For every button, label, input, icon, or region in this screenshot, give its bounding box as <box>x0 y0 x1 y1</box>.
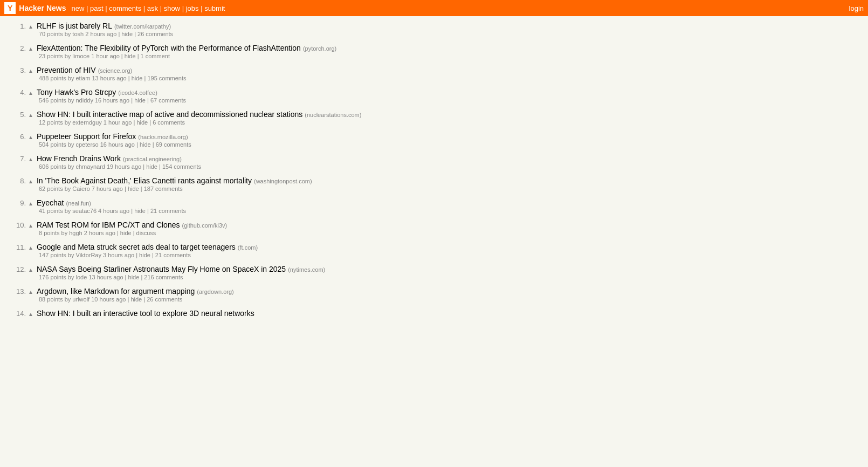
story-row: 14.▲Show HN: I built an interactive tool… <box>11 308 857 319</box>
upvote-icon[interactable]: ▲ <box>28 223 33 229</box>
story-number: 11. <box>11 243 26 251</box>
story-title-link[interactable]: NASA Says Boeing Starliner Astronauts Ma… <box>37 265 286 273</box>
story-title-link[interactable]: Google and Meta struck secret ads deal t… <box>37 243 236 251</box>
story-title-line: 5.▲Show HN: I built interactive map of a… <box>11 110 857 119</box>
story-meta: 546 points by ndiddy 16 hours ago | hide… <box>39 97 857 104</box>
story-title-line: 12.▲NASA Says Boeing Starliner Astronaut… <box>11 265 857 273</box>
story-meta: 12 points by externdguy 1 hour ago | hid… <box>39 119 857 126</box>
story-domain: (twitter.com/karpathy) <box>114 23 171 30</box>
story-domain: (github.com/ki3v) <box>182 222 227 229</box>
story-domain: (icode4.coffee) <box>118 90 157 96</box>
story-row: 4.▲Tony Hawk's Pro Strcpy (icode4.coffee… <box>11 87 857 108</box>
upvote-icon[interactable]: ▲ <box>28 156 33 162</box>
story-title-line: 6.▲Puppeteer Support for Firefox (hacks.… <box>11 132 857 141</box>
upvote-icon[interactable]: ▲ <box>28 134 33 140</box>
login-link[interactable]: login <box>849 4 864 12</box>
story-domain: (nuclearstations.com) <box>305 112 361 118</box>
story-number: 8. <box>11 177 26 185</box>
story-meta: 88 points by urlwolf 10 hours ago | hide… <box>39 296 857 303</box>
story-title-link[interactable]: FlexAttention: The Flexibility of PyTorc… <box>37 44 301 52</box>
story-meta: 147 points by ViktorRay 3 hours ago | hi… <box>39 252 857 258</box>
nav-show[interactable]: show <box>164 4 180 12</box>
story-domain: (neal.fun) <box>66 200 91 207</box>
stories-list: 1.▲RLHF is just barely RL (twitter.com/k… <box>0 16 868 325</box>
upvote-icon[interactable]: ▲ <box>28 112 33 118</box>
story-domain: (washingtonpost.com) <box>254 178 312 184</box>
nav-past[interactable]: past <box>90 4 104 12</box>
upvote-icon[interactable]: ▲ <box>28 289 33 295</box>
upvote-icon[interactable]: ▲ <box>28 24 33 30</box>
story-title-link[interactable]: RLHF is just barely RL <box>37 22 112 30</box>
story-number: 4. <box>11 88 26 97</box>
story-title-link[interactable]: Argdown, like Markdown for argument mapp… <box>37 287 195 296</box>
story-title-link[interactable]: Show HN: I built an interactive tool to … <box>37 309 254 318</box>
story-number: 2. <box>11 44 26 52</box>
story-title-link[interactable]: Prevention of HIV <box>37 66 96 74</box>
story-meta: 606 points by chmaynard 19 hours ago | h… <box>39 163 857 170</box>
story-number: 5. <box>11 111 26 119</box>
story-row: 10.▲RAM Test ROM for IBM PC/XT and Clone… <box>11 219 857 241</box>
story-title-link[interactable]: In 'The Book Against Death,' Elias Canet… <box>37 176 252 185</box>
nav-submit[interactable]: submit <box>204 4 225 12</box>
hn-logo-box: Y <box>4 2 16 14</box>
story-title-line: 3.▲Prevention of HIV (science.org) <box>11 66 857 74</box>
story-row: 13.▲Argdown, like Markdown for argument … <box>11 286 857 307</box>
story-row: 11.▲Google and Meta struck secret ads de… <box>11 242 857 263</box>
story-domain: (nytimes.com) <box>288 266 325 273</box>
story-title-link[interactable]: Tony Hawk's Pro Strcpy <box>37 88 116 97</box>
story-meta: 41 points by seatac76 4 hours ago | hide… <box>39 208 857 214</box>
nav-comments[interactable]: comments <box>109 4 141 12</box>
story-title-link[interactable]: Eyechat <box>37 198 64 207</box>
header-nav[interactable]: new | past | comments | ask | show | job… <box>72 4 225 12</box>
story-row: 2.▲FlexAttention: The Flexibility of PyT… <box>11 43 857 64</box>
story-title-line: 14.▲Show HN: I built an interactive tool… <box>11 309 857 318</box>
upvote-icon[interactable]: ▲ <box>28 311 33 317</box>
story-meta: 23 points by limoce 1 hour ago | hide | … <box>39 53 857 59</box>
story-row: 3.▲Prevention of HIV (science.org)488 po… <box>11 65 857 86</box>
upvote-icon[interactable]: ▲ <box>28 68 33 74</box>
story-title-line: 11.▲Google and Meta struck secret ads de… <box>11 243 857 251</box>
upvote-icon[interactable]: ▲ <box>28 46 33 52</box>
story-meta: 504 points by cpeterso 16 hours ago | hi… <box>39 141 857 148</box>
upvote-icon[interactable]: ▲ <box>28 201 33 207</box>
story-row: 7.▲How French Drains Work (practical.eng… <box>11 153 857 174</box>
upvote-icon[interactable]: ▲ <box>28 245 33 251</box>
story-meta: 488 points by etiam 13 hours ago | hide … <box>39 75 857 81</box>
story-number: 12. <box>11 265 26 273</box>
story-title-line: 9.▲Eyechat (neal.fun) <box>11 198 857 207</box>
story-meta: 62 points by Caiero 7 hours ago | hide |… <box>39 186 857 192</box>
story-title-line: 1.▲RLHF is just barely RL (twitter.com/k… <box>11 22 857 30</box>
story-number: 13. <box>11 287 26 296</box>
story-number: 6. <box>11 133 26 141</box>
story-meta: 70 points by tosh 2 hours ago | hide | 2… <box>39 31 857 37</box>
story-title-line: 2.▲FlexAttention: The Flexibility of PyT… <box>11 44 857 52</box>
story-title-link[interactable]: RAM Test ROM for IBM PC/XT and Clones <box>37 221 180 229</box>
story-title-line: 8.▲In 'The Book Against Death,' Elias Ca… <box>11 176 857 185</box>
story-title-link[interactable]: Show HN: I built interactive map of acti… <box>37 110 302 119</box>
story-title-link[interactable]: Puppeteer Support for Firefox <box>37 132 136 141</box>
story-number: 10. <box>11 221 26 229</box>
nav-ask[interactable]: ask <box>147 4 158 12</box>
story-title-link[interactable]: How French Drains Work <box>37 154 121 163</box>
nav-jobs[interactable]: jobs <box>186 4 199 12</box>
story-row: 12.▲NASA Says Boeing Starliner Astronaut… <box>11 264 857 285</box>
upvote-icon[interactable]: ▲ <box>28 267 33 273</box>
nav-new[interactable]: new <box>72 4 85 12</box>
upvote-icon[interactable]: ▲ <box>28 90 33 96</box>
story-number: 9. <box>11 199 26 207</box>
header: Y Hacker News new | past | comments | as… <box>0 0 868 16</box>
story-title-line: 4.▲Tony Hawk's Pro Strcpy (icode4.coffee… <box>11 88 857 97</box>
story-row: 1.▲RLHF is just barely RL (twitter.com/k… <box>11 20 857 42</box>
story-row: 8.▲In 'The Book Against Death,' Elias Ca… <box>11 175 857 196</box>
story-domain: (science.org) <box>98 67 133 74</box>
story-meta: 8 points by hggh 2 hours ago | hide | di… <box>39 230 857 236</box>
story-title-line: 13.▲Argdown, like Markdown for argument … <box>11 287 857 296</box>
story-domain: (pytorch.org) <box>303 45 336 52</box>
upvote-icon[interactable]: ▲ <box>28 178 33 184</box>
story-domain: (hacks.mozilla.org) <box>138 134 188 140</box>
story-row: 5.▲Show HN: I built interactive map of a… <box>11 109 857 130</box>
story-domain: (practical.engineering) <box>123 156 182 162</box>
story-row: 6.▲Puppeteer Support for Firefox (hacks.… <box>11 131 857 152</box>
story-number: 14. <box>11 310 26 318</box>
story-domain: (argdown.org) <box>197 289 233 295</box>
